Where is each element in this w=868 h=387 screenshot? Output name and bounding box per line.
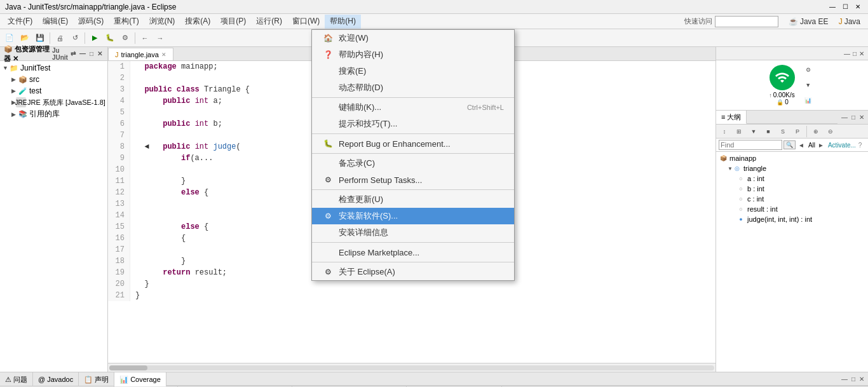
line-content-5 [130, 107, 140, 118]
sync-icon[interactable]: ⇄ [69, 50, 77, 58]
line-num-21: 21 [108, 290, 130, 301]
line-content-14 [130, 210, 140, 221]
panel-close-icon[interactable]: ✕ [96, 50, 104, 58]
help-menu-contents[interactable]: ❓ 帮助内容(H) [312, 46, 514, 63]
editor-horizontal-scrollbar[interactable] [108, 363, 715, 372]
menu-refactor[interactable]: 重构(T) [109, 15, 144, 29]
perspective-javaee[interactable]: ☕ Java EE [783, 15, 834, 29]
outline-hide-static-button[interactable]: S [776, 125, 790, 139]
print-button[interactable]: 🖨 [53, 31, 67, 45]
menu-source[interactable]: 源码(S) [73, 15, 109, 29]
right-panel-maximize-icon[interactable]: □ [851, 50, 858, 58]
outline-icon: ≡ [721, 113, 725, 121]
menu-help[interactable]: 帮助(H) [325, 15, 361, 29]
outline-hide-nonpublic-button[interactable]: P [790, 125, 804, 139]
next-edit-button[interactable]: → [153, 31, 167, 45]
marketplace-label: Eclipse Marketplace... [339, 248, 419, 257]
tree-item-libs[interactable]: ▶ 📚 引用的库 [0, 108, 107, 120]
help-menu-check-updates[interactable]: 检查更新(U) [312, 191, 514, 208]
refresh-button[interactable]: ↺ [68, 31, 82, 45]
bottom-tab-problems[interactable]: ⚠ 问题 [0, 372, 33, 386]
outline-close-icon[interactable]: ✕ [858, 113, 865, 121]
net-monitor-button[interactable]: 📊 [801, 93, 815, 107]
help-menu-search[interactable]: 搜索(E) [312, 63, 514, 79]
outline-item-mainapp[interactable]: 📦 mainapp [716, 153, 868, 163]
help-menu-notepad[interactable]: 备忘录(C) [312, 155, 514, 172]
help-menu-dynamic[interactable]: 动态帮助(D) [312, 79, 514, 96]
help-menu-report-bug[interactable]: 🐛 Report Bug or Enhancement... [312, 135, 514, 152]
outline-hide-fields-button[interactable]: ■ [761, 125, 775, 139]
outline-item-triangle[interactable]: ▼ ◎ triangle [716, 163, 868, 173]
tree-item-test[interactable]: ▶ 🧪 test [0, 85, 107, 97]
help-menu-about[interactable]: ⚙ 关于 Eclipse(A) [312, 264, 514, 280]
outline-item-c[interactable]: ○ c : int [716, 194, 868, 204]
find-prev-button[interactable]: ◄ [798, 142, 804, 149]
find-help-button[interactable]: ? [858, 142, 862, 149]
prev-edit-button[interactable]: ← [138, 31, 152, 45]
tab-file-icon: J [115, 51, 119, 58]
bottom-tab-javadoc[interactable]: @ Javadoc [33, 372, 79, 386]
menu-file[interactable]: 文件(F) [3, 15, 37, 29]
find-next-button[interactable]: ► [818, 142, 824, 149]
find-search-button[interactable]: 🔍 [783, 140, 796, 149]
maximize-button[interactable]: ☐ [840, 2, 850, 12]
pkg-icon: 📦 [719, 154, 728, 163]
tree-item-junitest[interactable]: ▼ 📁 JunitTest [0, 62, 107, 74]
bottom-tab-declaration[interactable]: 📋 声明 [79, 372, 114, 386]
external-tools-button[interactable]: ⚙ [118, 31, 132, 45]
find-input[interactable] [719, 140, 782, 150]
scroll-thumb[interactable] [109, 365, 147, 370]
menu-navigate[interactable]: 浏览(N) [144, 15, 180, 29]
outline-max-icon[interactable]: □ [850, 113, 857, 121]
bottom-minimize-icon[interactable]: — [840, 375, 849, 383]
minimize-button[interactable]: — [827, 2, 837, 12]
close-button[interactable]: ✕ [853, 2, 863, 12]
bottom-close-icon[interactable]: ✕ [858, 375, 865, 383]
bottom-maximize-icon[interactable]: □ [850, 375, 857, 383]
help-menu-tips[interactable]: 提示和技巧(T)... [312, 116, 514, 132]
help-menu-install-details[interactable]: 安装详细信息 [312, 224, 514, 241]
outline-item-judge[interactable]: ● judge(int, int, int) : int [716, 214, 868, 224]
outline-item-a[interactable]: ○ a : int [716, 173, 868, 184]
right-panel-close-icon[interactable]: ✕ [858, 50, 865, 58]
menu-edit[interactable]: 编辑(E) [37, 15, 73, 29]
tree-item-src[interactable]: ▶ 📦 src [0, 74, 107, 85]
open-button[interactable]: 📂 [18, 31, 32, 45]
line-content-12: else { [130, 187, 208, 198]
menu-window[interactable]: 窗口(W) [287, 15, 325, 29]
outline-collapse-button[interactable]: ⊖ [824, 125, 837, 139]
menu-project[interactable]: 项目(P) [215, 15, 251, 29]
outline-item-result[interactable]: ○ result : int [716, 204, 868, 214]
outline-item-b[interactable]: ○ b : int [716, 184, 868, 194]
save-button[interactable]: 💾 [33, 31, 47, 45]
help-menu-marketplace[interactable]: Eclipse Marketplace... [312, 244, 514, 261]
panel-maximize-icon[interactable]: □ [88, 50, 95, 58]
outline-filter-button[interactable]: ▼ [747, 125, 761, 139]
help-menu-setup[interactable]: ⚙ Perform Setup Tasks... [312, 172, 514, 188]
declaration-icon: 📋 [84, 376, 93, 384]
tree-item-jre[interactable]: ▶ JRE JRE 系统库 [JavaSE-1.8] [0, 97, 107, 108]
activate-link[interactable]: Activate... [828, 142, 856, 149]
debug-button[interactable]: 🐛 [103, 31, 117, 45]
run-button[interactable]: ▶ [88, 31, 102, 45]
net-filter-button[interactable]: ▼ [801, 78, 815, 92]
menu-run[interactable]: 运行(R) [251, 15, 287, 29]
help-menu-install-software[interactable]: ⚙ 安装新软件(S)... [312, 208, 514, 224]
outline-tab[interactable]: ≡ 大纲 [716, 111, 747, 124]
outline-group-button[interactable]: ⊞ [732, 125, 746, 139]
new-button[interactable]: 📄 [3, 31, 17, 45]
help-menu-welcome[interactable]: 🏠 欢迎(W) [312, 30, 514, 46]
bottom-tab-coverage[interactable]: 📊 Coverage [114, 372, 166, 386]
panel-minimize-icon[interactable]: — [78, 50, 87, 58]
outline-min-icon[interactable]: — [840, 113, 849, 121]
net-settings-button[interactable]: ⚙ [801, 63, 815, 77]
right-panel-minimize-icon[interactable]: — [843, 50, 851, 58]
editor-tab-triangle[interactable]: J triangle.java ✕ [108, 48, 173, 60]
quick-access-input[interactable] [715, 16, 778, 27]
outline-expand-button[interactable]: ⊕ [809, 125, 823, 139]
help-menu-key-assist[interactable]: 键辅助(K)... Ctrl+Shift+L [312, 99, 514, 116]
menu-search[interactable]: 搜索(A) [180, 15, 215, 29]
outline-sort-button[interactable]: ↕ [717, 125, 731, 139]
tab-close-icon[interactable]: ✕ [161, 51, 166, 58]
perspective-java[interactable]: J Java [834, 15, 865, 29]
